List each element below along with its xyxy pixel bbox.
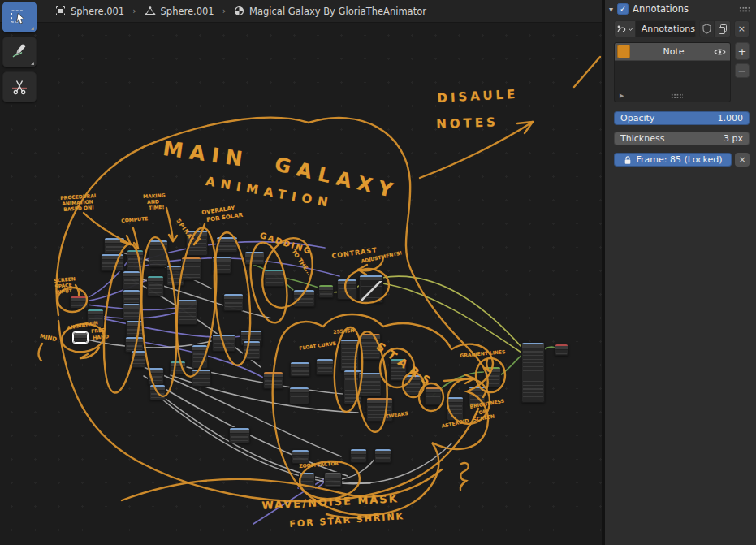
graph-node[interactable] [316,358,334,375]
breadcrumb-separator: › [130,6,138,16]
list-filter-expander-icon[interactable]: ▶ [620,93,624,99]
graph-node[interactable] [299,472,315,491]
node-body [71,302,87,307]
graph-node[interactable] [243,340,261,360]
graph-node[interactable] [70,296,89,309]
graph-node[interactable] [290,361,310,377]
graph-node[interactable] [177,299,197,325]
graph-node[interactable] [101,253,124,271]
layer-color-swatch[interactable] [617,45,630,58]
graph-node[interactable] [212,334,235,352]
frame-clear-button[interactable]: × [735,153,750,167]
graph-node[interactable] [447,396,464,421]
node-body [218,243,236,251]
panel-drag-grip[interactable] [739,6,751,12]
annotation-label: FREE [91,327,105,334]
graph-node[interactable] [149,240,168,267]
graph-node[interactable] [192,344,208,369]
thickness-slider[interactable]: Thickness 3 px [614,132,750,145]
graph-node[interactable] [521,342,545,403]
annotation-datablock-menu[interactable] [614,20,636,37]
graph-node[interactable] [181,257,201,280]
node-body [132,357,145,366]
graph-node[interactable] [229,427,250,443]
graph-node[interactable] [484,366,501,387]
fake-user-shield-button[interactable] [699,20,715,37]
graph-node[interactable] [337,279,357,300]
graph-node[interactable] [148,367,164,385]
node-body [326,478,340,486]
frame-lock-row: Frame: 85 (Locked) × [614,153,750,167]
graph-node[interactable] [131,350,146,368]
annotate-tool-button[interactable] [2,37,37,67]
list-resize-grip[interactable] [671,93,683,98]
graph-node[interactable] [324,472,342,487]
remove-layer-button[interactable]: − [735,63,750,78]
graph-node[interactable] [318,284,334,298]
layer-name[interactable]: Note [633,46,714,57]
breadcrumb-mesh[interactable]: Sphere.001 [145,6,214,17]
graph-node[interactable] [340,339,359,371]
opacity-slider[interactable]: Opacity 1.000 [614,111,750,125]
graph-node[interactable] [126,320,144,338]
node-header [217,237,237,243]
graph-node[interactable] [374,448,391,463]
graph-node[interactable] [359,275,383,303]
node-body [406,381,420,394]
node-header [325,473,341,478]
node-body [339,285,356,298]
select-box-tool-button[interactable] [2,2,37,32]
graph-node[interactable] [264,269,285,287]
graph-node[interactable] [73,332,88,343]
breadcrumb-mesh-label: Sphere.001 [161,6,214,17]
node-body [150,246,166,266]
graph-node[interactable] [425,387,442,405]
graph-node[interactable] [216,236,238,253]
annotations-panel-header[interactable]: ▾ ✓ Annotations [605,0,756,17]
graph-node[interactable] [104,237,125,254]
node-editor-canvas[interactable]: MAINGALAXYANIMATIONDISAULENOTESPROCEDURA… [0,0,602,545]
node-body [426,393,440,404]
graph-node[interactable] [350,448,367,463]
graph-node[interactable] [223,293,244,311]
graph-node[interactable] [147,275,164,296]
layer-visibility-eye-icon[interactable] [714,48,726,56]
node-header [367,398,392,404]
node-header [192,370,210,375]
annotation-label: TIME! [149,204,164,210]
node-body [486,373,499,386]
graph-node[interactable] [555,344,568,356]
graph-node[interactable] [170,361,186,374]
node-header [123,304,140,309]
graph-node[interactable] [123,303,140,321]
layer-item-note[interactable]: Note [615,43,730,61]
add-layer-button[interactable]: + [735,42,750,60]
node-header [149,368,163,374]
graph-node[interactable] [192,369,211,387]
graph-node[interactable] [244,251,265,265]
panel-collapse-chevron-icon[interactable]: ▾ [609,5,613,14]
node-header [149,240,167,246]
graph-node[interactable] [358,372,382,396]
annotation-layer-list[interactable]: Note ▶ [614,42,731,102]
graph-node[interactable] [212,256,231,274]
unlink-datablock-button[interactable]: × [734,20,750,37]
cut-links-tool-button[interactable] [2,71,37,102]
panel-title: Annotations [633,3,689,15]
graph-node[interactable] [293,289,315,307]
duplicate-datablock-button[interactable] [715,20,730,37]
graph-node[interactable] [263,371,283,389]
node-body [151,391,164,399]
datablock-name-field[interactable]: Annotations [636,20,696,37]
frame-locked-button[interactable]: Frame: 85 (Locked) [614,153,732,167]
breadcrumb-object[interactable]: Sphere.001 [55,6,124,17]
graph-node[interactable] [149,384,166,400]
annotations-checkbox[interactable]: ✓ [617,3,629,15]
layer-list-buttons: + − [735,42,750,102]
graph-node[interactable] [289,387,309,404]
node-body [376,455,390,461]
node-header [127,250,143,256]
breadcrumb-nodetree[interactable]: Magical Galaxy By GloriaTheAnimator [234,6,426,17]
node-body [214,340,234,350]
node-header [290,387,309,393]
